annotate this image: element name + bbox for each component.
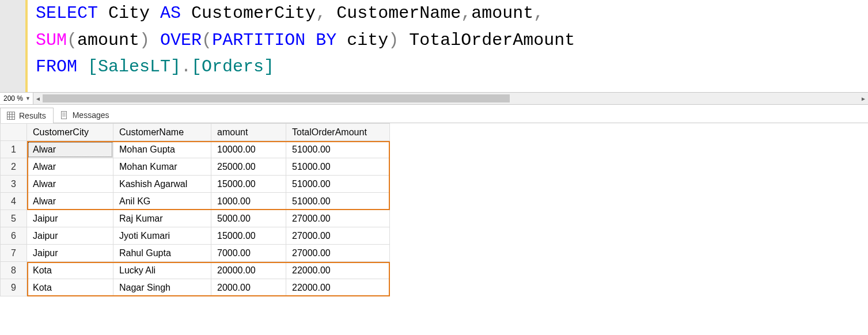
code-text: TotalOrderAmount [399,31,575,50]
row-number[interactable]: 5 [1,210,27,227]
kw-sum: SUM [36,31,67,50]
kw-over: OVER [160,31,202,50]
cell-amount[interactable]: 25000.00 [211,158,286,176]
cell-total[interactable]: 22000.00 [286,279,390,296]
cell-city[interactable]: Jaipur [27,245,113,262]
lparen: ( [202,31,212,50]
results-grid[interactable]: CustomerCity CustomerName amount TotalOr… [0,123,390,296]
row-number[interactable]: 9 [1,279,27,296]
col-header-name[interactable]: CustomerName [113,124,211,141]
scroll-right-icon[interactable]: ► [859,93,868,104]
comma: , [533,3,544,23]
kw-by: BY [316,31,336,50]
dot: . [181,57,191,77]
col-header-total[interactable]: TotalOrderAmount [286,124,390,141]
tab-results[interactable]: Results [0,108,54,123]
row-number[interactable]: 1 [1,141,27,158]
code-space [77,57,88,77]
table-row[interactable]: 9 Kota Nagar Singh 2000.00 22000.00 [1,279,390,296]
cell-total[interactable]: 51000.00 [286,193,390,210]
grid-icon [6,111,16,120]
code-text: city [336,31,388,50]
results-pane: CustomerCity CustomerName amount TotalOr… [0,123,868,296]
code-text: City [98,3,160,23]
cell-city[interactable]: Alwar [27,193,113,210]
cell-city[interactable]: Alwar [27,176,113,193]
svg-rect-0 [7,112,15,120]
cell-city[interactable]: Jaipur [27,227,113,245]
kw-as: AS [160,3,181,23]
row-number[interactable]: 6 [1,227,27,245]
cell-total[interactable]: 22000.00 [286,262,390,279]
table-row[interactable]: 6 Jaipur Jyoti Kumari 15000.00 27000.00 [1,227,390,245]
scroll-left-icon[interactable]: ◄ [33,93,43,104]
sql-editor[interactable]: SELECT City AS CustomerCity, CustomerNam… [0,0,868,92]
cell-amount[interactable]: 15000.00 [211,227,286,245]
rparen: ) [388,31,399,50]
cell-amount[interactable]: 20000.00 [211,262,286,279]
cell-name[interactable]: Rahul Gupta [113,245,211,262]
cell-amount[interactable]: 10000.00 [211,141,286,158]
row-number[interactable]: 4 [1,193,27,210]
header-row: CustomerCity CustomerName amount TotalOr… [1,124,390,141]
cell-name[interactable]: Kashish Agarwal [113,176,211,193]
code-text: CustomerCity [181,3,316,23]
cell-total[interactable]: 51000.00 [286,141,390,158]
code-space [150,31,160,50]
editor-gutter [0,0,28,92]
cell-name[interactable]: Mohan Gupta [113,141,211,158]
zoom-dropdown[interactable]: 200 % ▼ [0,93,33,104]
table-row[interactable]: 1 Alwar Mohan Gupta 10000.00 51000.00 [1,141,390,158]
document-icon [60,111,69,120]
cell-city[interactable]: Kota [27,262,113,279]
code-text: CustomerName [326,3,461,23]
row-number[interactable]: 8 [1,262,27,279]
cell-amount[interactable]: 1000.00 [211,193,286,210]
zoom-value: 200 % [3,94,23,102]
cell-amount[interactable]: 5000.00 [211,210,286,227]
cell-total[interactable]: 27000.00 [286,227,390,245]
kw-partition: PARTITION [212,31,305,50]
kw-select: SELECT [36,3,98,23]
results-tabs: Results Messages [0,105,868,123]
table-ident: [Orders] [191,57,274,77]
scroll-thumb[interactable] [43,94,510,102]
table-row[interactable]: 8 Kota Lucky Ali 20000.00 22000.00 [1,262,390,279]
chevron-down-icon: ▼ [25,96,31,101]
tab-results-label: Results [19,111,46,120]
cell-city[interactable]: Alwar [27,158,113,176]
cell-amount[interactable]: 2000.00 [211,279,286,296]
tab-messages[interactable]: Messages [54,107,117,123]
comma: , [316,3,326,23]
cell-name[interactable]: Lucky Ali [113,262,211,279]
lparen: ( [67,31,77,50]
table-row[interactable]: 7 Jaipur Rahul Gupta 7000.00 27000.00 [1,245,390,262]
cell-amount[interactable]: 15000.00 [211,176,286,193]
col-header-city[interactable]: CustomerCity [27,124,113,141]
cell-name[interactable]: Raj Kumar [113,210,211,227]
cell-name[interactable]: Anil KG [113,193,211,210]
cell-city[interactable]: Jaipur [27,210,113,227]
row-number[interactable]: 2 [1,158,27,176]
cell-total[interactable]: 51000.00 [286,176,390,193]
row-number[interactable]: 7 [1,245,27,262]
cell-name[interactable]: Nagar Singh [113,279,211,296]
table-row[interactable]: 3 Alwar Kashish Agarwal 15000.00 51000.0… [1,176,390,193]
table-row[interactable]: 5 Jaipur Raj Kumar 5000.00 27000.00 [1,210,390,227]
tab-messages-label: Messages [73,111,109,120]
cell-name[interactable]: Jyoti Kumari [113,227,211,245]
corner-cell[interactable] [1,124,27,141]
sql-code[interactable]: SELECT City AS CustomerCity, CustomerNam… [28,0,868,92]
cell-city[interactable]: Kota [27,279,113,296]
cell-total[interactable]: 27000.00 [286,245,390,262]
row-number[interactable]: 3 [1,176,27,193]
cell-amount[interactable]: 7000.00 [211,245,286,262]
cell-total[interactable]: 51000.00 [286,158,390,176]
cell-total[interactable]: 27000.00 [286,210,390,227]
horizontal-scrollbar[interactable]: ◄ ► [33,93,868,104]
table-row[interactable]: 4 Alwar Anil KG 1000.00 51000.00 [1,193,390,210]
table-row[interactable]: 2 Alwar Mohan Kumar 25000.00 51000.00 [1,158,390,176]
col-header-amount[interactable]: amount [211,124,286,141]
cell-name[interactable]: Mohan Kumar [113,158,211,176]
cell-city[interactable]: Alwar [27,141,113,158]
